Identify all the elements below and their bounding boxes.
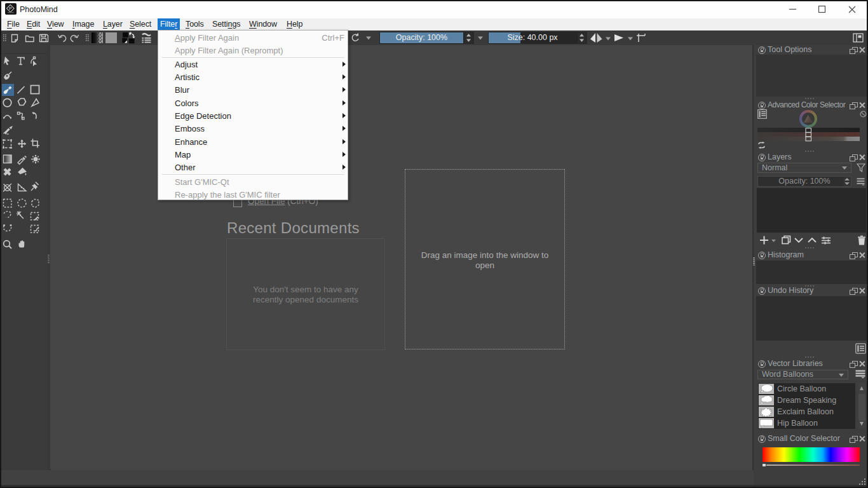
svg-text:P: P — [9, 6, 12, 11]
